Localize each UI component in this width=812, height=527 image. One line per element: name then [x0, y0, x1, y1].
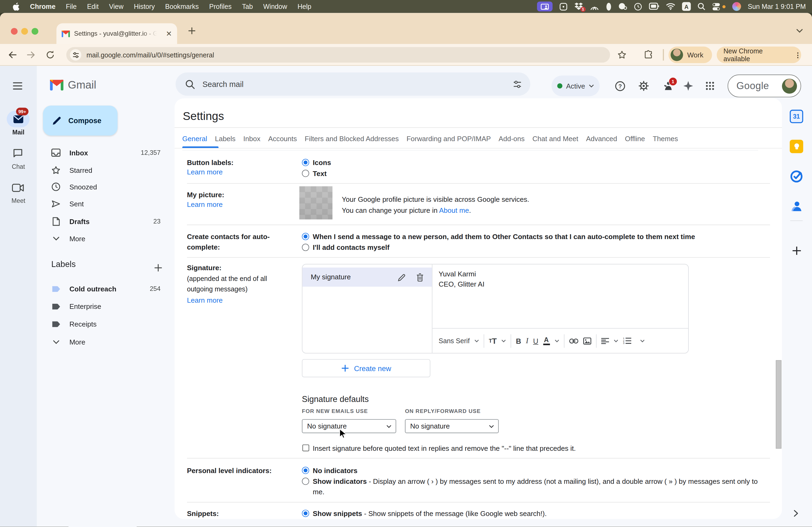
extensions-puzzle-icon[interactable] [644, 50, 653, 60]
gemini-sparkle-icon[interactable] [683, 80, 694, 91]
menu-file[interactable]: File [61, 3, 82, 11]
rail-label-chat[interactable]: Chat [0, 163, 37, 170]
control-center-icon[interactable] [712, 2, 726, 11]
delete-signature-trash-icon[interactable] [417, 273, 424, 281]
radio-show-indicators[interactable] [302, 478, 309, 485]
numbered-list-icon[interactable]: 123 [623, 337, 631, 344]
capture-app-icon[interactable] [559, 2, 568, 11]
search-icon[interactable] [185, 79, 195, 89]
more-menu-dots-icon[interactable]: ⋮ [794, 51, 801, 59]
meet-icon[interactable] [12, 184, 24, 192]
radio-show-snippets[interactable] [302, 510, 309, 517]
help-icon[interactable]: ? [614, 80, 625, 91]
radio-no-indicators[interactable] [302, 467, 309, 474]
font-size-button[interactable]: TT [489, 336, 497, 345]
sidebar-item-more[interactable]: More [44, 230, 167, 247]
tab-search-chevron-icon[interactable] [796, 28, 803, 33]
sidebar-item-inbox[interactable]: Inbox 12,357 [44, 144, 167, 161]
reload-button[interactable] [46, 50, 55, 60]
radio-text[interactable] [302, 170, 309, 177]
menu-view[interactable]: View [104, 3, 129, 11]
screen-mirroring-icon[interactable] [537, 2, 553, 12]
tab-advanced[interactable]: Advanced [586, 135, 617, 142]
search-input[interactable]: Search mail [202, 80, 512, 89]
insert-signature-checkbox-label[interactable]: Insert signature before quoted text in r… [313, 443, 779, 454]
address-bar[interactable]: mail.google.com/mail/u/0/#settings/gener… [66, 47, 610, 62]
site-settings-icon[interactable] [70, 49, 81, 60]
spotlight-icon[interactable] [698, 3, 706, 11]
menu-edit[interactable]: Edit [82, 3, 104, 11]
get-addons-plus-icon[interactable] [790, 244, 803, 257]
chevron-down-icon[interactable] [501, 339, 506, 342]
calendar-icon[interactable]: 31 [790, 110, 803, 123]
rail-label-mail[interactable]: Mail [0, 129, 37, 136]
availability-status-chip[interactable]: Active [552, 76, 599, 96]
tab-offline[interactable]: Offline [625, 135, 645, 142]
text-color-button[interactable]: A [543, 336, 550, 345]
keep-icon[interactable] [790, 140, 803, 153]
signature-list-item[interactable]: My signature [302, 268, 432, 287]
close-window-button[interactable] [11, 28, 17, 35]
tab-close-icon[interactable]: ✕ [166, 30, 172, 37]
insert-image-icon[interactable] [583, 337, 591, 344]
align-button[interactable] [601, 337, 609, 344]
wifi-icon[interactable] [666, 3, 675, 10]
tab-accounts[interactable]: Accounts [268, 135, 297, 142]
tab-addons[interactable]: Add-ons [499, 135, 525, 142]
profile-picture-thumbnail[interactable] [300, 186, 332, 219]
menu-profiles[interactable]: Profiles [204, 3, 237, 11]
label-item-cold-outreach[interactable]: Cold outreach 254 [44, 281, 167, 297]
menu-tab[interactable]: Tab [237, 3, 258, 11]
caffeine-cup-icon[interactable] [619, 3, 627, 11]
tab-filters[interactable]: Filters and Blocked Addresses [305, 135, 399, 142]
hide-side-panel-chevron-icon[interactable] [793, 510, 800, 517]
search-bar[interactable]: Search mail [176, 73, 530, 96]
input-source-icon[interactable]: A [682, 2, 691, 11]
on-reply-forward-select[interactable]: No signature [405, 419, 499, 433]
oval-app-icon[interactable] [606, 2, 611, 11]
bookmark-star-icon[interactable] [617, 50, 627, 60]
search-options-icon[interactable] [512, 79, 522, 89]
browser-ring-icon[interactable] [732, 2, 741, 11]
radio-icons-label[interactable]: Icons [313, 158, 331, 168]
menu-chrome[interactable]: Chrome [25, 3, 61, 11]
sidebar-item-starred[interactable]: Starred [44, 162, 167, 179]
button-labels-learn-more-link[interactable]: Learn more [187, 168, 222, 176]
insert-link-icon[interactable] [569, 338, 578, 343]
tab-labels[interactable]: Labels [215, 135, 235, 142]
dropbox-icon[interactable]: 1 [574, 3, 583, 11]
menu-bookmarks[interactable]: Bookmarks [160, 3, 204, 11]
tab-themes[interactable]: Themes [653, 135, 678, 142]
bold-button[interactable]: B [516, 337, 521, 345]
for-new-emails-select[interactable]: No signature [302, 419, 396, 433]
chevron-down-icon[interactable] [554, 339, 559, 342]
menubar-clock[interactable]: Sun Mar 1 9:01 PM [748, 3, 806, 11]
label-item-enterprise[interactable]: Enterprise [44, 298, 167, 315]
profile-chip[interactable]: Work [669, 47, 712, 63]
minimize-window-button[interactable] [21, 28, 28, 35]
label-item-receipts[interactable]: Receipts [44, 316, 167, 332]
underline-button[interactable]: U [533, 337, 538, 345]
font-family-select[interactable]: Sans Serif [438, 337, 470, 345]
radio-text-label[interactable]: Text [313, 169, 327, 179]
create-new-signature-button[interactable]: Create new [302, 359, 430, 377]
google-account-pill[interactable]: Google [728, 75, 801, 97]
account-avatar[interactable] [782, 78, 797, 93]
vpn-icon[interactable] [590, 3, 599, 10]
main-menu-hamburger-icon[interactable] [13, 82, 22, 92]
menu-help[interactable]: Help [292, 3, 317, 11]
my-picture-learn-more-link[interactable]: Learn more [187, 201, 222, 209]
sidebar-item-drafts[interactable]: Drafts 23 [44, 213, 167, 230]
signature-body[interactable]: Yuval Karmi CEO, Glitter AI [438, 269, 484, 290]
tasks-icon[interactable] [790, 170, 803, 183]
compose-button[interactable]: Compose [43, 105, 118, 136]
menu-window[interactable]: Window [258, 3, 292, 11]
tab-chat-and-meet[interactable]: Chat and Meet [533, 135, 578, 142]
forward-button[interactable] [26, 50, 36, 60]
chat-icon[interactable] [13, 148, 23, 158]
tab-general[interactable]: General [182, 135, 207, 142]
new-tab-button[interactable] [187, 26, 196, 35]
sidebar-item-snoozed[interactable]: Snoozed [44, 178, 167, 195]
about-me-link[interactable]: About me [439, 206, 469, 214]
tab-forwarding[interactable]: Forwarding and POP/IMAP [407, 135, 491, 142]
